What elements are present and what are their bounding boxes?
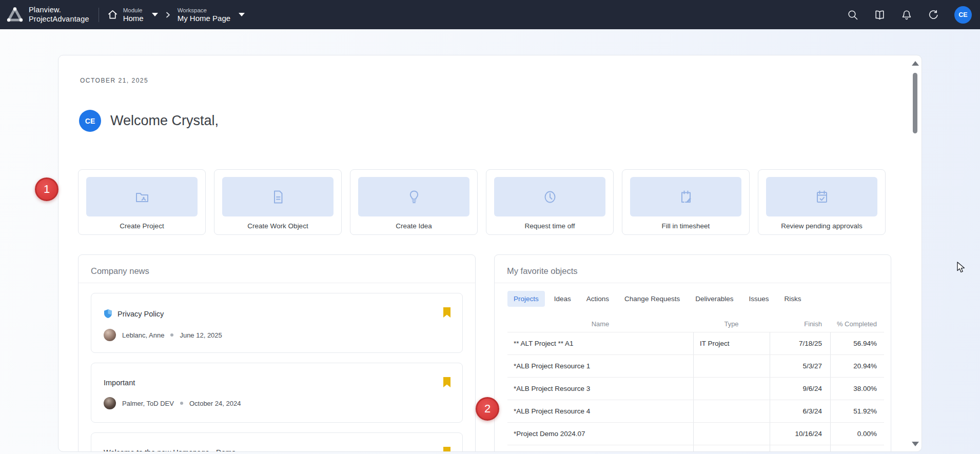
cell-finish: 9/6/24 (770, 378, 830, 400)
table-row[interactable]: Agile 02 Project 1 8/2/24 10.13% (507, 445, 884, 452)
tab-change-requests[interactable]: Change Requests (618, 291, 686, 307)
brand-line1: Planview. (29, 6, 89, 14)
review-approvals-tile (766, 177, 877, 216)
welcome-avatar: CE (79, 110, 101, 132)
review-approvals-card[interactable]: Review pending approvals (758, 169, 886, 235)
module-value: Home (123, 14, 144, 23)
cell-name[interactable]: *ALB Project Resource 4 (507, 400, 693, 422)
cell-type (693, 423, 770, 445)
breadcrumb: Module Home Workspace My Home Page (107, 7, 245, 23)
quick-action-label: Fill in timesheet (662, 222, 710, 230)
news-item[interactable]: Important Palmer, ToD DEV October 24, 20… (91, 363, 463, 423)
cell-finish: 7/18/25 (770, 332, 830, 354)
cell-name[interactable]: Agile 02 (507, 445, 693, 452)
cell-name[interactable]: *Project Demo 2024.07 (507, 423, 693, 445)
welcome-header: CE Welcome Crystal, (79, 110, 219, 132)
tab-risks[interactable]: Risks (778, 291, 808, 307)
column-header-finish[interactable]: Finish (770, 315, 830, 332)
table-header-row: Name Type Finish % Completed (507, 315, 884, 332)
cell-type: IT Project (693, 332, 770, 354)
bookmark-icon[interactable] (443, 307, 451, 318)
byline-separator-dot (170, 333, 173, 337)
column-header-completed[interactable]: % Completed (830, 315, 885, 332)
table-row[interactable]: *ALB Project Resource 4 6/3/24 51.92% (507, 400, 884, 422)
create-idea-tile (358, 177, 469, 216)
home-content-card: OCTOBER 21, 2025 CE Welcome Crystal, Cre… (58, 55, 922, 452)
news-item-title: Welcome to the new Homepage - Demo (104, 448, 236, 452)
create-project-tile (86, 177, 198, 216)
news-author[interactable]: Palmer, ToD DEV (122, 400, 174, 407)
cell-completed: 56.94% (830, 332, 885, 354)
approvals-calendar-check-icon (814, 189, 830, 205)
module-caret-down-icon[interactable] (152, 13, 158, 16)
bookmark-icon[interactable] (443, 446, 451, 452)
favorites-tabs: Projects Ideas Actions Change Requests D… (495, 283, 891, 314)
cell-finish: 8/2/24 (770, 445, 830, 452)
table-row[interactable]: *ALB Project Resource 1 5/3/27 20.94% (507, 354, 884, 377)
scroll-down-arrow-icon[interactable] (912, 442, 919, 446)
create-work-object-card[interactable]: Create Work Object (214, 169, 342, 235)
column-header-name[interactable]: Name (507, 315, 693, 332)
brand-text: Planview. ProjectAdvantage (29, 6, 89, 24)
breadcrumb-chevron-right-icon (164, 11, 171, 18)
table-row[interactable]: ** ALT Project ** A1 IT Project 7/18/25 … (507, 332, 884, 354)
author-avatar (104, 329, 116, 341)
cell-name[interactable]: *ALB Project Resource 3 (507, 378, 693, 400)
tab-actions[interactable]: Actions (580, 291, 615, 307)
brand-logo[interactable]: Planview. ProjectAdvantage (0, 6, 89, 24)
news-item[interactable]: Welcome to the new Homepage - Demo (91, 432, 463, 452)
module-label: Module (123, 7, 144, 13)
search-icon[interactable] (847, 9, 858, 21)
help-book-icon[interactable] (874, 9, 886, 21)
home-icon (107, 9, 118, 20)
cell-completed: 51.92% (830, 400, 885, 422)
scroll-up-arrow-icon[interactable] (912, 61, 919, 66)
cell-finish: 5/3/27 (770, 355, 830, 377)
company-news-card: Company news Privacy Policy Leblanc, Ann… (78, 254, 476, 452)
workspace-selector[interactable]: Workspace My Home Page (178, 7, 245, 23)
workspace-caret-down-icon[interactable] (239, 13, 245, 16)
news-date: June 12, 2025 (180, 331, 222, 339)
column-header-type[interactable]: Type (693, 315, 770, 332)
brand-line2: ProjectAdvantage (29, 15, 89, 24)
create-project-card[interactable]: Create Project (78, 169, 206, 235)
tab-issues[interactable]: Issues (742, 291, 775, 307)
mouse-cursor (956, 262, 968, 274)
byline-separator-dot (180, 402, 183, 405)
user-avatar[interactable]: CE (954, 6, 972, 24)
vertical-scrollbar[interactable] (911, 60, 919, 447)
cell-completed: 20.94% (830, 355, 885, 377)
refresh-icon[interactable] (928, 9, 939, 21)
timesheet-edit-icon (678, 189, 694, 205)
create-idea-card[interactable]: Create Idea (350, 169, 478, 235)
notifications-bell-icon[interactable] (901, 9, 912, 21)
top-navbar: Planview. ProjectAdvantage Module Home (0, 0, 980, 29)
request-time-off-tile (494, 177, 605, 216)
scrollbar-thumb[interactable] (913, 73, 917, 133)
cell-completed: 38.00% (830, 378, 885, 400)
tab-ideas[interactable]: Ideas (548, 291, 577, 307)
company-news-title: Company news (79, 255, 475, 283)
quick-actions-row: Create Project Create Work Object (78, 169, 886, 235)
table-row[interactable]: *ALB Project Resource 3 9/6/24 38.00% (507, 377, 884, 400)
news-item-byline: Leblanc, Anne June 12, 2025 (104, 329, 450, 341)
current-date: OCTOBER 21, 2025 (80, 77, 148, 84)
planview-home-page: Planview. ProjectAdvantage Module Home (0, 0, 980, 454)
cell-name[interactable]: *ALB Project Resource 1 (507, 355, 693, 377)
table-row[interactable]: *Project Demo 2024.07 10/16/24 0.00% (507, 422, 884, 445)
cell-name[interactable]: ** ALT Project ** A1 (507, 332, 693, 354)
bookmark-icon[interactable] (443, 377, 451, 388)
fill-timesheet-card[interactable]: Fill in timesheet (622, 169, 750, 235)
news-item-title: Privacy Policy (117, 310, 164, 318)
news-author[interactable]: Leblanc, Anne (122, 331, 164, 339)
folder-project-icon (134, 189, 150, 205)
fill-timesheet-tile (630, 177, 741, 216)
news-item-title: Important (104, 379, 135, 387)
module-selector[interactable]: Module Home (107, 7, 158, 23)
quick-action-label: Create Work Object (247, 222, 308, 230)
request-time-off-card[interactable]: Request time off (486, 169, 614, 235)
privacy-shield-icon (104, 309, 112, 319)
news-item[interactable]: Privacy Policy Leblanc, Anne June 12, 20… (91, 293, 463, 353)
tab-projects[interactable]: Projects (507, 291, 545, 307)
tab-deliverables[interactable]: Deliverables (689, 291, 739, 307)
